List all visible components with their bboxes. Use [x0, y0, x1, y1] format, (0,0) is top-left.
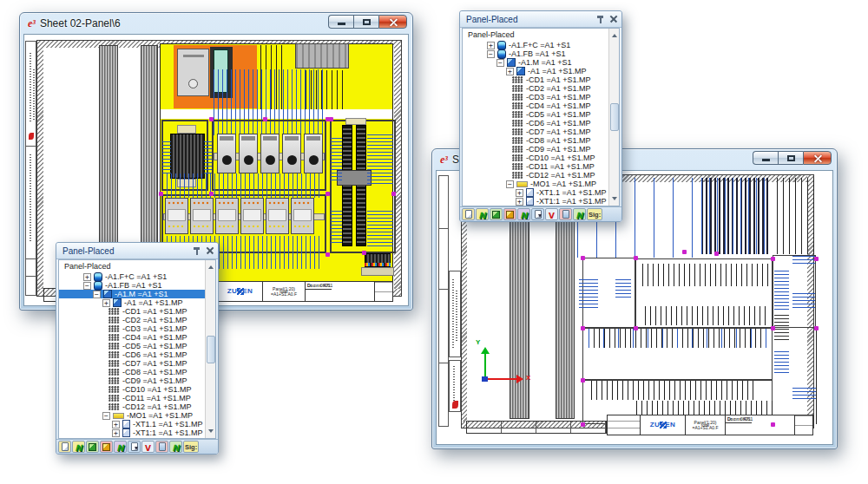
wire-risers — [777, 178, 815, 254]
expand-toggle-icon[interactable]: − — [93, 291, 101, 298]
tree-item[interactable]: -CD12 =A1 +S1.MP — [463, 171, 608, 180]
palette-tab[interactable] — [545, 208, 558, 220]
pin-icon[interactable] — [193, 247, 201, 255]
expand-toggle-icon[interactable]: + — [487, 42, 495, 49]
tree-item[interactable]: − -MO1 =A1 +S1.MP — [59, 411, 205, 420]
tree-item[interactable]: -CD8 =A1 +S1.MP — [59, 368, 205, 376]
tree-item[interactable]: -CD4 =A1 +S1.MP — [59, 333, 205, 342]
expand-toggle-icon[interactable]: + — [83, 273, 91, 281]
tree-item[interactable]: -CD9 =A1 +S1.MP — [59, 376, 205, 385]
scrollbar[interactable] — [608, 29, 619, 206]
tree-item[interactable]: -CD6 =A1 +S1.MP — [463, 119, 608, 128]
close-icon[interactable] — [609, 15, 618, 23]
palette-tab[interactable] — [114, 441, 127, 453]
scroll-down-icon[interactable] — [208, 429, 214, 435]
tree-item[interactable]: + -A1.F+C =A1 +S1 — [59, 272, 205, 281]
tree-item-label: -CD5 =A1 +S1.MP — [526, 110, 591, 119]
tree-item[interactable]: + -XT1.1 =A1 +S1.MP — [59, 420, 205, 428]
maximize-button[interactable] — [778, 151, 803, 165]
tree-item[interactable]: -CD9 =A1 +S1.MP — [463, 145, 608, 154]
palette-tab[interactable] — [58, 441, 71, 453]
tree-item[interactable]: -CD10 =A1 +S1.MP — [463, 154, 608, 162]
tree-item[interactable]: -CD11 =A1 +S1.MP — [59, 394, 205, 402]
e3-mark — [452, 401, 458, 409]
palette-tab[interactable] — [531, 208, 544, 220]
tree-item[interactable]: − -MO1 =A1 +S1.MP — [463, 180, 608, 188]
expand-toggle-icon[interactable]: − — [83, 282, 91, 290]
palette-tab[interactable] — [503, 208, 516, 220]
palette-tab[interactable] — [100, 441, 113, 453]
expand-toggle-icon[interactable]: + — [516, 189, 523, 197]
palette-tab[interactable] — [155, 441, 168, 453]
expand-toggle-icon[interactable]: − — [506, 180, 514, 188]
palette-tab[interactable] — [462, 208, 475, 220]
palette-tab[interactable] — [141, 441, 155, 453]
tree-item[interactable]: − -A1.M =A1 +S1 — [463, 58, 608, 67]
tree-root[interactable]: Panel-Placed — [59, 260, 205, 273]
tree-item[interactable]: -CD12 =A1 +S1.MP — [59, 402, 205, 411]
palette-tab[interactable] — [559, 208, 572, 220]
palette-tab[interactable] — [490, 208, 503, 220]
titlebar-sheet1[interactable]: e³ Sheet 02-Panel\6 — [20, 13, 412, 34]
close-button[interactable] — [378, 15, 407, 29]
expand-toggle-icon[interactable]: − — [102, 412, 110, 420]
tree-item[interactable]: -CD2 =A1 +S1.MP — [59, 316, 205, 324]
expand-toggle-icon[interactable]: + — [102, 299, 110, 307]
palette-tab[interactable] — [72, 441, 85, 453]
palette-tab[interactable] — [86, 441, 99, 453]
expand-toggle-icon[interactable]: − — [496, 59, 504, 67]
pin-icon[interactable] — [596, 16, 604, 23]
palette-tab[interactable]: Sig: — [587, 208, 602, 220]
palette-tab[interactable] — [128, 441, 141, 453]
tree-item[interactable]: + -A1 =A1 +S1.MP — [463, 67, 608, 75]
tree-item[interactable]: + -XT1.1 =A1 +S1.MP — [463, 188, 608, 197]
close-button[interactable] — [803, 151, 832, 165]
expand-toggle-icon[interactable]: + — [112, 421, 120, 428]
tree-item[interactable]: + -XT1:1 =A1 +S1.MP — [463, 197, 608, 206]
junction-node — [329, 117, 333, 121]
tree-item[interactable]: -CD6 =A1 +S1.MP — [59, 350, 205, 359]
minimize-button[interactable] — [328, 15, 353, 29]
expand-toggle-icon[interactable]: + — [516, 198, 523, 206]
tree-item[interactable]: -CD10 =A1 +S1.MP — [59, 385, 205, 394]
tree-item[interactable]: -CD5 =A1 +S1.MP — [59, 342, 205, 350]
tree-item[interactable]: -CD7 =A1 +S1.MP — [59, 359, 205, 368]
tree-item[interactable]: − -A1.FB =A1 +S1 — [463, 49, 608, 58]
tree-item[interactable]: -CD1 =A1 +S1.MP — [59, 307, 205, 316]
tree-item[interactable]: -CD4 =A1 +S1.MP — [463, 101, 608, 110]
maximize-button[interactable] — [353, 15, 378, 29]
tree-item[interactable]: -CD2 =A1 +S1.MP — [463, 84, 608, 93]
tree-item[interactable]: -CD5 =A1 +S1.MP — [463, 110, 608, 119]
palette-tab[interactable] — [517, 208, 530, 220]
tree-item[interactable]: − -A1.M =A1 +S1 — [59, 290, 205, 298]
expand-toggle-icon[interactable]: + — [112, 429, 120, 437]
scrollbar[interactable] — [205, 260, 215, 438]
scroll-up-icon[interactable] — [612, 31, 617, 37]
tree-item[interactable]: -CD11 =A1 +S1.MP — [463, 162, 608, 171]
palette-titlebar[interactable]: Panel-Placed — [56, 243, 218, 259]
palette-titlebar[interactable]: Panel-Placed — [460, 11, 621, 28]
tree-item-label: -CD4 =A1 +S1.MP — [122, 333, 187, 342]
tree-item[interactable]: + -A1.F+C =A1 +S1 — [463, 41, 608, 49]
tree-item[interactable]: + -A1 =A1 +S1.MP — [59, 298, 205, 307]
palette-tab[interactable] — [169, 441, 182, 453]
tree-item[interactable]: -CD3 =A1 +S1.MP — [463, 93, 608, 101]
palette-tab[interactable] — [573, 208, 586, 220]
scroll-thumb[interactable] — [207, 336, 215, 363]
minimize-button[interactable] — [753, 151, 778, 165]
expand-toggle-icon[interactable]: − — [487, 50, 495, 58]
close-icon[interactable] — [206, 246, 214, 255]
tree-item[interactable]: -CD1 =A1 +S1.MP — [463, 75, 608, 84]
scroll-thumb[interactable] — [610, 103, 619, 131]
tree-root[interactable]: Panel-Placed — [463, 29, 608, 42]
scroll-down-icon[interactable] — [612, 197, 617, 203]
expand-toggle-icon[interactable]: + — [506, 68, 514, 75]
palette-tab[interactable] — [476, 208, 489, 220]
palette-tab[interactable]: Sig: — [183, 441, 199, 453]
tree-item[interactable]: -CD7 =A1 +S1.MP — [463, 128, 608, 136]
tree-item[interactable]: + -XT1:1 =A1 +S1.MP — [59, 428, 205, 437]
scroll-up-icon[interactable] — [208, 263, 214, 269]
tree-item[interactable]: -CD8 =A1 +S1.MP — [463, 136, 608, 145]
tree-item[interactable]: -CD3 =A1 +S1.MP — [59, 324, 205, 333]
tree-item[interactable]: − -A1.FB =A1 +S1 — [59, 281, 205, 290]
